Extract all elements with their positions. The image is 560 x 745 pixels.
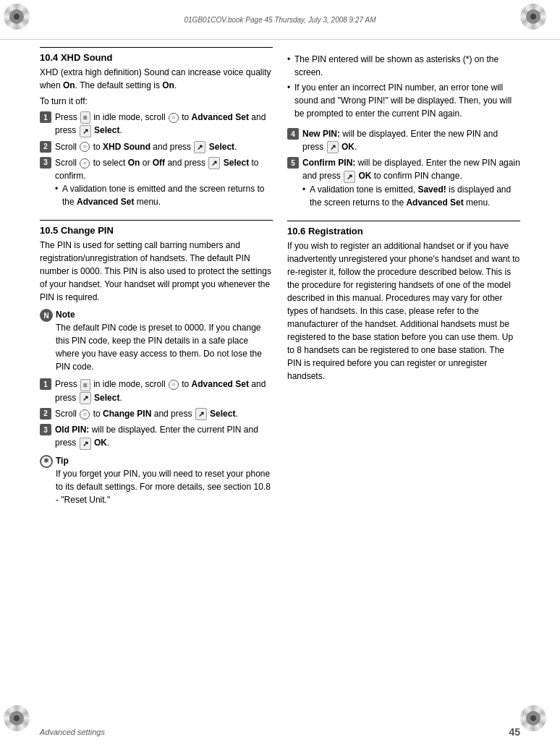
section-10-5-steps: 1 Press ≡ in idle mode, scroll ○ to Adva…	[40, 378, 273, 449]
step-item: 4 New PIN: will be displayed. Enter the …	[287, 127, 520, 153]
scroll-icon: ○	[169, 380, 179, 390]
top-bar: 01GB01COV.book Page 45 Thursday, July 3,…	[0, 0, 560, 40]
select-button-icon: ↗	[195, 408, 207, 420]
step-3-bullets: A validation tone is emitted and the scr…	[55, 182, 273, 208]
section-divider-10-6	[287, 221, 520, 221]
step-5-content: Confirm PIN: will be displayed. Enter th…	[302, 156, 520, 213]
corner-decoration-br	[520, 705, 556, 741]
tip-icon: ✱	[40, 455, 53, 468]
step-1-content: Press ≡ in idle mode, scroll ○ to Advanc…	[55, 111, 273, 137]
step-1b-content: Press ≡ in idle mode, scroll ○ to Advanc…	[55, 378, 273, 404]
ok-button-icon: ↗	[327, 141, 339, 153]
step-number-1: 1	[40, 111, 51, 123]
scroll-icon: ○	[169, 113, 179, 123]
section-10-5-title: 10.5 Change PIN	[40, 225, 273, 236]
scroll-icon: ○	[80, 158, 90, 169]
section-10-4-title: 10.4 XHD Sound	[40, 52, 273, 63]
note-box: N Note The default PIN code is preset to…	[40, 308, 273, 373]
top-bar-text: 01GB01COV.book Page 45 Thursday, July 3,…	[184, 16, 376, 24]
tip-content: Tip If you forget your PIN, you will nee…	[56, 454, 273, 506]
menu-button-icon: ≡	[80, 379, 90, 391]
corner-decoration-bl	[4, 705, 40, 741]
section-10-6-title: 10.6 Registration	[287, 226, 520, 237]
section-divider-10-5	[40, 220, 273, 221]
footer-page-number: 45	[509, 726, 520, 738]
step-3-content: Scroll ○ to select On or Off and press ↗…	[55, 156, 273, 213]
step-5-bullets: A validation tone is emitted, Saved! is …	[302, 183, 520, 209]
section-10-5-intro: The PIN is used for setting call barring…	[40, 239, 273, 304]
step-item: 3 Scroll ○ to select On or Off and press…	[40, 156, 273, 213]
scroll-icon: ○	[80, 409, 90, 420]
bullet-item: The PIN entered will be shown as asteris…	[287, 53, 520, 79]
section-10-4-steps: 1 Press ≡ in idle mode, scroll ○ to Adva…	[40, 111, 273, 213]
ok-button-icon: ↗	[344, 171, 355, 183]
step-number-1: 1	[40, 378, 51, 390]
bullet-item: A validation tone is emitted, Saved! is …	[302, 183, 520, 209]
ok-button-icon: ↗	[80, 438, 91, 450]
select-button-icon: ↗	[194, 141, 205, 153]
step-2b-content: Scroll ○ to Change PIN and press ↗ Selec…	[55, 407, 273, 420]
left-column: 10.4 XHD Sound XHD (extra high definitio…	[40, 40, 273, 709]
footer-left-text: Advanced settings	[40, 728, 105, 736]
note-label: Note The default PIN code is preset to 0…	[56, 308, 273, 373]
section-10-4-intro: XHD (extra high definition) Sound can in…	[40, 66, 273, 92]
scroll-icon: ○	[80, 142, 90, 152]
menu-button-icon: ≡	[80, 111, 90, 124]
step-2-content: Scroll ○ to XHD Sound and press ↗ Select…	[55, 140, 273, 153]
main-content: 10.4 XHD Sound XHD (extra high definitio…	[40, 40, 520, 709]
tip-box: ✱ Tip If you forget your PIN, you will n…	[40, 454, 273, 506]
footer: Advanced settings 45	[40, 726, 520, 738]
right-steps: 4 New PIN: will be displayed. Enter the …	[287, 127, 520, 213]
step-number-4: 4	[287, 128, 299, 140]
section-10-5: 10.5 Change PIN The PIN is used for sett…	[40, 220, 273, 506]
step-item: 1 Press ≡ in idle mode, scroll ○ to Adva…	[40, 111, 273, 137]
select-button-icon: ↗	[80, 125, 91, 137]
section-divider-10-4	[40, 47, 273, 48]
step-4-content: New PIN: will be displayed. Enter the ne…	[302, 127, 520, 153]
step-item: 5 Confirm PIN: will be displayed. Enter …	[287, 156, 520, 213]
step-number-2: 2	[40, 141, 51, 153]
right-top-bullets: The PIN entered will be shown as asteris…	[287, 53, 520, 120]
step-3b-content: Old PIN: will be displayed. Enter the cu…	[55, 423, 273, 449]
step-number-5: 5	[287, 157, 299, 169]
step-item: 2 Scroll ○ to XHD Sound and press ↗ Sele…	[40, 140, 273, 153]
section-10-6: 10.6 Registration If you wish to registe…	[287, 221, 520, 383]
step-number-3: 3	[40, 157, 51, 169]
note-icon: N	[40, 309, 53, 322]
right-column: The PIN entered will be shown as asteris…	[287, 40, 520, 709]
step-number-2: 2	[40, 408, 51, 420]
step-item: 1 Press ≡ in idle mode, scroll ○ to Adva…	[40, 378, 273, 404]
step-item: 2 Scroll ○ to Change PIN and press ↗ Sel…	[40, 407, 273, 420]
section-10-4-turnoff: To turn it off:	[40, 95, 273, 108]
step-number-3: 3	[40, 424, 51, 435]
section-10-6-text: If you wish to register an additional ha…	[287, 239, 520, 383]
select-button-icon: ↗	[80, 392, 91, 404]
bullet-item: If you enter an incorrect PIN number, an…	[287, 81, 520, 120]
select-button-icon: ↗	[208, 157, 220, 169]
step-item: 3 Old PIN: will be displayed. Enter the …	[40, 423, 273, 449]
bullet-item: A validation tone is emitted and the scr…	[55, 182, 273, 208]
